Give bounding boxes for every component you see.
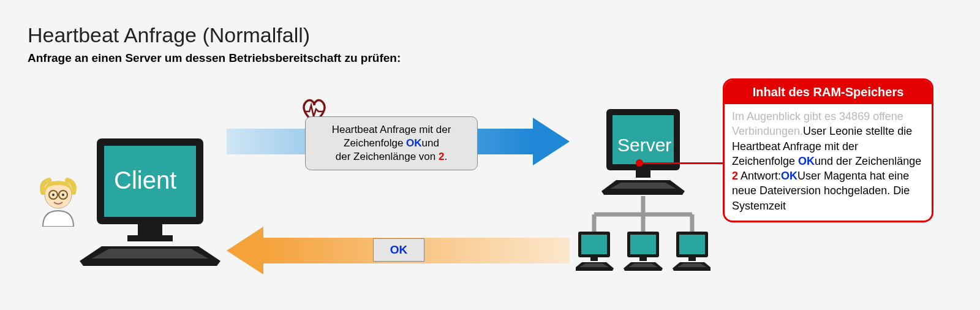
request-text-line2a: Zeichenfolge: [344, 137, 406, 149]
request-text-line1: Heartbeat Anfrage mit der: [332, 124, 451, 135]
ram-text-2: und der Zeichenlänge: [815, 155, 921, 167]
request-ok-token: OK: [406, 137, 422, 149]
ram-text-3: Antwort:: [738, 170, 781, 182]
svg-rect-24: [630, 235, 656, 254]
heartbeat-response-box: OK: [373, 238, 424, 262]
diagram-title: Heartbeat Anfrage (Normalfall): [28, 23, 310, 47]
ram-ok-token-2: OK: [781, 170, 797, 182]
svg-rect-28: [688, 257, 696, 261]
svg-rect-27: [679, 235, 705, 254]
svg-rect-9: [127, 235, 173, 241]
request-text-line3b: .: [444, 151, 447, 162]
svg-rect-22: [590, 257, 598, 261]
server-label: Server: [617, 135, 671, 156]
ram-connector-dot-icon: [636, 159, 643, 167]
client-computer-icon: [80, 138, 221, 270]
heartbeat-request-box: Heartbeat Anfrage mit der Zeichenfolge O…: [305, 116, 478, 170]
svg-rect-8: [138, 224, 162, 235]
svg-rect-25: [639, 257, 647, 261]
svg-point-4: [52, 194, 55, 196]
user-avatar-icon: [37, 176, 80, 229]
request-text-line2b: und: [422, 137, 439, 149]
ram-length-value: 2: [732, 170, 738, 182]
ram-ok-token-1: OK: [798, 155, 815, 167]
request-text-line3a: der Zeichenlänge von: [336, 151, 439, 162]
diagram-subtitle: Anfrage an einen Server um dessen Betrie…: [28, 51, 401, 65]
svg-rect-21: [581, 235, 607, 254]
ram-body: Im Augenblick gibt es 34869 offene Verbi…: [725, 104, 932, 221]
ram-header: Inhalt des RAM-Speichers: [725, 80, 932, 104]
ram-contents-box: Inhalt des RAM-Speichers Im Augenblick g…: [723, 78, 933, 222]
svg-point-5: [62, 194, 64, 196]
svg-rect-14: [636, 170, 650, 178]
client-label: Client: [114, 167, 176, 194]
ram-connector-line-icon: [639, 162, 725, 164]
